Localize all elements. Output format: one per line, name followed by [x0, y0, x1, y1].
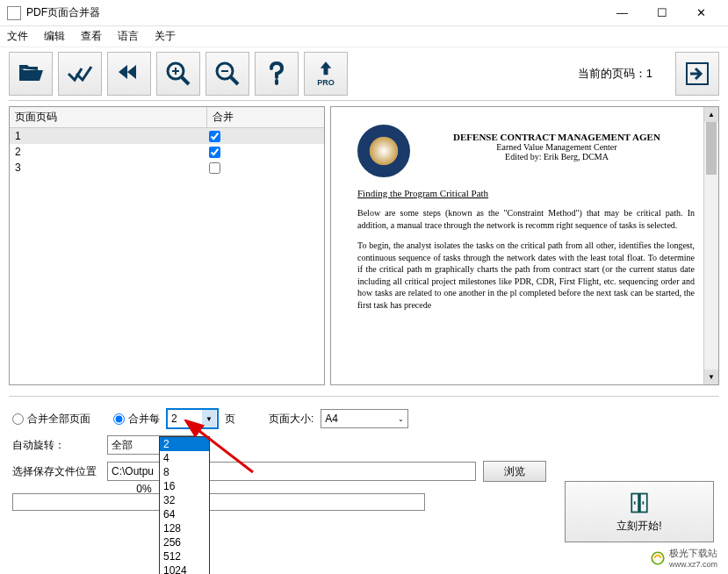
- watermark-text: 极光下载站: [669, 547, 717, 560]
- merge-count-value: 2: [171, 413, 177, 425]
- zoom-out-button[interactable]: [205, 52, 249, 96]
- merge-all-label: 合并全部页面: [27, 412, 90, 427]
- watermark: 极光下载站 www.xz7.com: [650, 547, 717, 569]
- scroll-thumb[interactable]: [706, 122, 717, 175]
- merge-every-radio-wrap[interactable]: 合并每: [113, 412, 160, 427]
- merge-every-radio[interactable]: [113, 413, 125, 425]
- merge-checkbox[interactable]: [209, 162, 220, 174]
- header-page[interactable]: 页面页码: [10, 107, 207, 127]
- browse-button[interactable]: 浏览: [483, 461, 546, 482]
- menubar: 文件 编辑 查看 语言 关于: [0, 26, 728, 47]
- zoom-in-button[interactable]: [156, 52, 200, 96]
- preview-para2: To begin, the analyst isolates the tasks…: [357, 240, 695, 311]
- merge-checkbox[interactable]: [209, 147, 220, 158]
- table-row[interactable]: 3: [10, 160, 324, 176]
- dropdown-item[interactable]: 256: [160, 535, 209, 549]
- preview-sub2: Edited by: Erik Berg, DCMA: [419, 152, 695, 161]
- scroll-track[interactable]: [704, 122, 718, 370]
- titlebar: PDF页面合并器 — ☐ ✕: [0, 0, 728, 26]
- preview-para1: Below are some steps (known as the "Cons…: [357, 207, 695, 231]
- menu-view[interactable]: 查看: [81, 29, 102, 44]
- rotate-value: 全部: [112, 438, 133, 453]
- zoom-out-icon: [213, 60, 241, 88]
- undo-button[interactable]: [107, 52, 151, 96]
- toolbar: PRO 当前的页码：1: [0, 47, 728, 100]
- pdf-preview: DEFENSE CONTRACT MANAGEMENT AGEN Earned …: [331, 107, 703, 384]
- arrow-up-icon: [317, 61, 335, 78]
- pro-button[interactable]: PRO: [304, 52, 348, 96]
- chevron-down-icon: ⌄: [398, 415, 404, 423]
- dropdown-item[interactable]: 1024: [160, 563, 209, 574]
- undo-icon: [115, 60, 143, 88]
- merge-count-dropdown[interactable]: 2 4 8 16 32 64 128 256 512 1024: [159, 436, 210, 574]
- merge-all-radio-wrap[interactable]: 合并全部页面: [12, 412, 90, 427]
- pagesize-label: 页面大小:: [269, 412, 314, 427]
- open-button[interactable]: [9, 52, 53, 96]
- folder-open-icon: [17, 60, 45, 88]
- table-body: 1 2 3: [10, 128, 324, 176]
- cell-page: 2: [10, 146, 207, 158]
- preview-scrollbar[interactable]: ▲ ▼: [703, 107, 718, 384]
- preview-sub1: Earned Value Management Center: [419, 142, 695, 152]
- chevron-down-icon: ▼: [202, 410, 216, 427]
- rotate-label: 自动旋转：: [12, 438, 100, 453]
- dropdown-item[interactable]: 128: [160, 521, 209, 535]
- dropdown-item[interactable]: 16: [160, 479, 209, 493]
- cell-page: 1: [10, 130, 207, 142]
- header-merge[interactable]: 合并: [207, 107, 324, 127]
- dropdown-item[interactable]: 32: [160, 493, 209, 507]
- preview-title: DEFENSE CONTRACT MANAGEMENT AGEN: [419, 132, 695, 142]
- cell-page: 3: [10, 161, 207, 174]
- menu-language[interactable]: 语言: [118, 29, 139, 44]
- watermark-url: www.xz7.com: [669, 560, 717, 569]
- pages-suffix: 页: [225, 412, 235, 427]
- minimize-button[interactable]: —: [602, 0, 642, 26]
- start-button[interactable]: 立刻开始!: [565, 481, 714, 542]
- pagesize-value: A4: [325, 413, 338, 425]
- menu-about[interactable]: 关于: [155, 29, 176, 44]
- progress-bar: [12, 493, 425, 511]
- dropdown-item[interactable]: 64: [160, 507, 209, 521]
- maximize-button[interactable]: ☐: [642, 0, 681, 26]
- help-icon: [263, 60, 291, 88]
- exit-icon: [683, 60, 711, 88]
- exit-button[interactable]: [675, 52, 719, 96]
- watermark-icon: [650, 550, 666, 566]
- app-icon: [7, 6, 21, 20]
- table-row[interactable]: 1: [10, 128, 324, 144]
- merge-all-radio[interactable]: [12, 413, 24, 425]
- merge-every-label: 合并每: [128, 412, 160, 427]
- dropdown-item[interactable]: 2: [160, 437, 209, 451]
- help-button[interactable]: [255, 52, 299, 96]
- preview-panel: DEFENSE CONTRACT MANAGEMENT AGEN Earned …: [330, 106, 719, 385]
- zoom-in-icon: [164, 60, 192, 88]
- window-title: PDF页面合并器: [26, 5, 602, 20]
- dropdown-item[interactable]: 512: [160, 549, 209, 563]
- merge-count-combo[interactable]: 2 ▼: [167, 409, 218, 428]
- output-label: 选择保存文件位置: [12, 464, 100, 479]
- pro-label: PRO: [317, 78, 335, 87]
- close-button[interactable]: ✕: [681, 0, 721, 26]
- scroll-up-icon[interactable]: ▲: [704, 107, 718, 122]
- page-list-panel: 页面页码 合并 1 2 3: [9, 106, 325, 385]
- page-status: 当前的页码：1: [578, 66, 652, 82]
- menu-file[interactable]: 文件: [7, 29, 28, 44]
- menu-edit[interactable]: 编辑: [44, 29, 65, 44]
- pagesize-combo[interactable]: A4 ⌄: [321, 409, 408, 428]
- merge-checkbox[interactable]: [209, 131, 220, 142]
- document-merge-icon: [627, 491, 652, 515]
- dropdown-item[interactable]: 8: [160, 465, 209, 479]
- scroll-down-icon[interactable]: ▼: [704, 370, 718, 384]
- table-row[interactable]: 2: [10, 144, 324, 160]
- seal-icon: [357, 125, 410, 177]
- confirm-button[interactable]: [58, 52, 102, 96]
- dropdown-item[interactable]: 4: [160, 451, 209, 465]
- preview-heading: Finding the Program Critical Path: [357, 188, 695, 198]
- main-area: 页面页码 合并 1 2 3 DEFENSE CONTRACT MANAGEMEN: [0, 101, 728, 391]
- table-header: 页面页码 合并: [10, 107, 324, 128]
- svg-point-5: [652, 552, 664, 564]
- start-label: 立刻开始!: [616, 519, 661, 534]
- double-check-icon: [66, 60, 94, 88]
